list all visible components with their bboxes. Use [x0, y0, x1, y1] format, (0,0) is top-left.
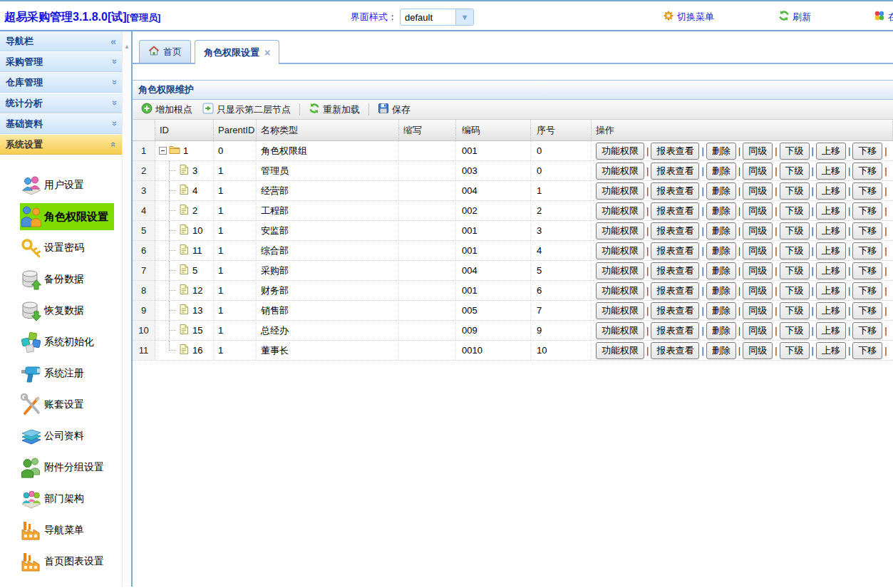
report-view-button[interactable]: 报表查看 — [651, 143, 699, 160]
function-permission-button[interactable]: 功能权限 — [596, 302, 644, 319]
report-view-button[interactable]: 报表查看 — [651, 163, 699, 180]
move-down-button[interactable]: 下移 — [852, 322, 882, 339]
report-view-button[interactable]: 报表查看 — [651, 282, 699, 299]
function-permission-button[interactable]: 功能权限 — [596, 202, 644, 220]
function-permission-button[interactable]: 功能权限 — [596, 342, 644, 359]
sidebar-item-department-structure[interactable]: 部门架构 — [0, 483, 122, 515]
sidebar-item-account-settings[interactable]: 账套设置 — [0, 389, 122, 421]
sidebar-item-company-info[interactable]: 公司资料 — [0, 421, 122, 452]
child-level-button[interactable]: 下级 — [780, 182, 810, 200]
move-down-button[interactable]: 下移 — [852, 242, 882, 259]
second-level-button[interactable]: 只显示第二层节点 — [198, 101, 295, 118]
move-down-button[interactable]: 下移 — [852, 342, 882, 359]
delete-button[interactable]: 删除 — [706, 163, 736, 180]
sidebar-item-attachment-group-settings[interactable]: 附件分组设置 — [0, 452, 122, 483]
reload-button[interactable]: 重新加载 — [304, 101, 364, 118]
accordion-section-basic-data[interactable]: 基础资料« — [0, 114, 122, 134]
report-view-button[interactable]: 报表查看 — [651, 202, 699, 220]
delete-button[interactable]: 删除 — [706, 222, 736, 239]
col-name-header[interactable]: 名称类型 — [257, 120, 399, 140]
report-view-button[interactable]: 报表查看 — [651, 302, 699, 319]
child-level-button[interactable]: 下级 — [780, 262, 810, 279]
chevron-double-up-icon[interactable]: « — [108, 142, 119, 147]
sibling-level-button[interactable]: 同级 — [743, 302, 773, 319]
sidebar-item-role-permission-settings[interactable]: 角色权限设置 — [0, 201, 122, 232]
report-view-button[interactable]: 报表查看 — [651, 342, 699, 359]
function-permission-button[interactable]: 功能权限 — [596, 282, 644, 299]
chevron-double-down-icon[interactable]: « — [108, 100, 119, 105]
move-down-button[interactable]: 下移 — [852, 302, 882, 319]
tab-home[interactable]: 首页 — [139, 40, 191, 63]
delete-button[interactable]: 删除 — [706, 202, 736, 220]
move-up-button[interactable]: 上移 — [816, 342, 846, 359]
accordion-section-warehouse-mgmt[interactable]: 仓库管理« — [0, 73, 122, 93]
col-abbr-header[interactable]: 缩写 — [399, 120, 456, 140]
sidebar-item-backup-data[interactable]: 备份数据 — [0, 264, 122, 295]
delete-button[interactable]: 删除 — [706, 242, 736, 259]
report-view-button[interactable]: 报表查看 — [651, 262, 699, 279]
function-permission-button[interactable]: 功能权限 — [596, 182, 644, 200]
refresh-link[interactable]: 刷新 — [778, 10, 811, 24]
chevron-down-icon[interactable]: ▼ — [455, 9, 473, 25]
switch-menu-link[interactable]: 切换菜单 — [663, 10, 714, 24]
move-down-button[interactable]: 下移 — [852, 282, 882, 299]
sidebar-item-system-init[interactable]: 系统初始化 — [0, 326, 122, 358]
col-code-header[interactable]: 编码 — [456, 120, 531, 140]
delete-button[interactable]: 删除 — [706, 282, 736, 299]
tab-role-permission[interactable]: 角色权限设置 × — [195, 40, 279, 64]
function-permission-button[interactable]: 功能权限 — [596, 262, 644, 279]
ui-style-select[interactable]: default ▼ — [400, 9, 474, 26]
close-tab-icon[interactable]: × — [264, 47, 270, 58]
delete-button[interactable]: 删除 — [706, 143, 736, 160]
collapse-panel-icon[interactable]: « — [110, 36, 116, 47]
move-up-button[interactable]: 上移 — [816, 202, 846, 220]
child-level-button[interactable]: 下级 — [780, 302, 810, 319]
move-down-button[interactable]: 下移 — [852, 182, 882, 200]
move-down-button[interactable]: 下移 — [852, 262, 882, 279]
sibling-level-button[interactable]: 同级 — [743, 163, 773, 180]
delete-button[interactable]: 删除 — [706, 262, 736, 279]
accordion-section-stats-analysis[interactable]: 统计分析« — [0, 93, 122, 113]
tree-collapse-toggle[interactable] — [159, 147, 167, 155]
move-down-button[interactable]: 下移 — [852, 222, 882, 239]
sidebar-item-nav-menu[interactable]: 导航菜单 — [0, 515, 122, 546]
move-up-button[interactable]: 上移 — [816, 143, 846, 160]
add-root-button[interactable]: 增加根点 — [137, 101, 197, 118]
move-up-button[interactable]: 上移 — [816, 163, 846, 180]
chevron-double-down-icon[interactable]: « — [108, 59, 119, 64]
child-level-button[interactable]: 下级 — [780, 202, 810, 220]
move-up-button[interactable]: 上移 — [816, 262, 846, 279]
delete-button[interactable]: 删除 — [706, 342, 736, 359]
accordion-section-purchase-mgmt[interactable]: 采购管理« — [0, 52, 122, 72]
col-seq-header[interactable]: 序号 — [531, 120, 592, 140]
sidebar-item-restore-data[interactable]: 恢复数据 — [0, 295, 122, 326]
sibling-level-button[interactable]: 同级 — [743, 342, 773, 359]
chevron-double-down-icon[interactable]: « — [108, 121, 119, 126]
report-view-button[interactable]: 报表查看 — [651, 242, 699, 259]
function-permission-button[interactable]: 功能权限 — [596, 163, 644, 180]
move-up-button[interactable]: 上移 — [816, 222, 846, 239]
child-level-button[interactable]: 下级 — [780, 342, 810, 359]
child-level-button[interactable]: 下级 — [780, 143, 810, 160]
col-parentid-header[interactable]: ParentID — [214, 120, 257, 140]
sibling-level-button[interactable]: 同级 — [743, 143, 773, 160]
sibling-level-button[interactable]: 同级 — [743, 262, 773, 279]
online-users-link[interactable]: 在 — [874, 10, 893, 24]
col-actions-header[interactable]: 操作 — [592, 120, 893, 140]
save-button[interactable]: 保存 — [373, 101, 415, 118]
move-up-button[interactable]: 上移 — [816, 302, 846, 319]
sidebar-item-set-password[interactable]: 设置密码 — [0, 232, 122, 264]
child-level-button[interactable]: 下级 — [780, 282, 810, 299]
move-up-button[interactable]: 上移 — [816, 242, 846, 259]
sibling-level-button[interactable]: 同级 — [743, 182, 773, 200]
sidebar-item-system-register[interactable]: 系统注册 — [0, 358, 122, 389]
move-up-button[interactable]: 上移 — [816, 322, 846, 339]
child-level-button[interactable]: 下级 — [780, 322, 810, 339]
delete-button[interactable]: 删除 — [706, 182, 736, 200]
move-down-button[interactable]: 下移 — [852, 143, 882, 160]
delete-button[interactable]: 删除 — [706, 322, 736, 339]
sidebar-item-home-chart-settings[interactable]: 首页图表设置 — [0, 546, 122, 577]
move-down-button[interactable]: 下移 — [852, 202, 882, 220]
move-up-button[interactable]: 上移 — [816, 182, 846, 200]
report-view-button[interactable]: 报表查看 — [651, 182, 699, 200]
